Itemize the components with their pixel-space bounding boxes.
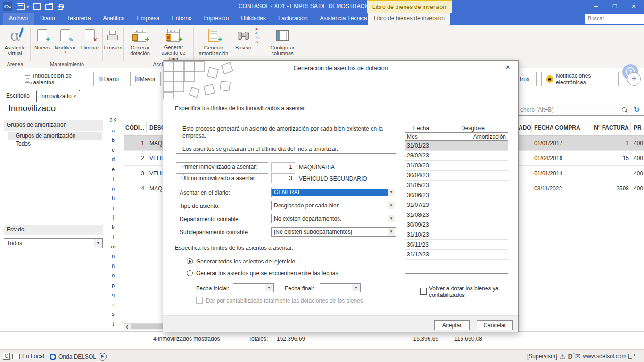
departamento-select[interactable]: No existen departamentos. ▼ <box>271 214 396 223</box>
radio-todos-asientos[interactable] <box>187 258 193 264</box>
ultimo-inmovilizado-input[interactable]: 3 <box>271 173 295 183</box>
horizontal-scrollbar[interactable]: ❮ <box>124 323 164 330</box>
index-letter[interactable]: j <box>107 214 119 224</box>
index-letter[interactable]: b <box>107 137 119 147</box>
mail-icon[interactable]: ✉ <box>575 353 581 360</box>
d-service-icon[interactable]: D <box>568 353 573 360</box>
remote-desktop-icon[interactable] <box>628 354 635 359</box>
radio-entre-fechas[interactable] <box>187 270 193 276</box>
radio-todos-label[interactable]: Generar todos los asientos del ejercicio <box>196 258 295 265</box>
search-icon[interactable] <box>621 107 628 114</box>
col-factura[interactable]: Nº FACTURA <box>567 124 629 131</box>
schedule-row[interactable]: 28/02/23 <box>405 151 508 161</box>
primer-inmovilizado-input[interactable]: 1 <box>271 162 295 172</box>
configurar-columnas-button[interactable]: Configurar columnas <box>265 26 300 61</box>
chevron-down-icon[interactable]: ▼ <box>388 202 395 209</box>
menu-tab-asistencia[interactable]: Asistencia Técnica <box>314 13 373 25</box>
index-letter[interactable]: l <box>107 234 119 244</box>
scroll-left-icon[interactable]: ❮ <box>124 324 131 330</box>
nuevo-button[interactable]: + Nuevo <box>32 26 52 61</box>
play-icon[interactable]: ▶ <box>99 353 107 361</box>
onda-delsol-label[interactable]: Onda DELSOL <box>58 354 96 360</box>
menu-tab-utilidades[interactable]: Utilidades <box>235 13 272 25</box>
generar-amortizacion-button[interactable]: + Generar amortización <box>197 26 230 61</box>
maximize-button[interactable]: □ <box>608 0 622 13</box>
volver-a-dotar-checkbox[interactable] <box>420 288 427 295</box>
diario-select[interactable]: GENERAL ▼ <box>271 188 396 197</box>
tipo-asiento-select[interactable]: Desglosado por cada bien ▼ <box>271 201 396 210</box>
index-letter[interactable]: m <box>107 244 119 254</box>
index-letter[interactable]: o <box>107 272 119 282</box>
introduccion-asientos-button[interactable]: Introducción de asientos <box>20 72 87 86</box>
buscar-button[interactable]: Buscar <box>233 26 253 61</box>
scrollbar-thumb[interactable] <box>131 324 164 329</box>
fecha-final-select[interactable]: ▼ <box>320 283 361 292</box>
chevron-down-icon[interactable]: ▼ <box>352 284 360 291</box>
schedule-row[interactable]: 30/09/23 <box>405 220 508 230</box>
index-letter[interactable]: t <box>107 321 119 327</box>
subdepartamento-select[interactable]: [No existen subdepartamentos] ▼ <box>271 227 396 237</box>
tree-item-grupos[interactable]: Grupos de amortización <box>8 132 102 140</box>
menu-tab-analitica[interactable]: Analítica <box>97 13 131 25</box>
index-letter[interactable]: p <box>107 282 119 292</box>
website-link[interactable]: www.sdelsol.com <box>583 353 626 360</box>
fecha-inicial-select[interactable]: ▼ <box>233 283 274 292</box>
minimize-button[interactable]: − <box>589 0 603 13</box>
schedule-row[interactable]: 30/06/23 <box>405 190 508 200</box>
schedule-row[interactable]: 31/10/23 <box>405 230 508 240</box>
schedule-row[interactable]: 31/12/23 <box>405 250 508 260</box>
index-letter[interactable]: f <box>107 176 119 186</box>
index-letter[interactable]: r <box>107 302 119 312</box>
index-letter[interactable]: a <box>107 128 119 138</box>
index-letter[interactable]: i <box>107 205 119 215</box>
col-proveedor[interactable]: PR <box>634 124 642 131</box>
menu-tab-archivo[interactable]: Archivo <box>3 13 34 25</box>
modificar-button[interactable]: ✎ Modificar ▾ <box>52 26 78 61</box>
refresh-icon[interactable]: ↻ <box>634 104 640 115</box>
ultimo-inmovilizado-button[interactable]: Último inmovilizado a asentar: <box>176 173 268 183</box>
index-letter[interactable]: n <box>107 253 119 263</box>
tree-item-todos[interactable]: Todos <box>8 140 102 148</box>
tab-close-icon[interactable]: × <box>73 93 76 99</box>
diario-button[interactable]: Diario <box>93 72 124 86</box>
emision-button[interactable]: Emisión <box>104 26 122 61</box>
estado-select[interactable]: Todos ▼ <box>4 238 103 248</box>
index-letter[interactable]: q <box>107 292 119 302</box>
index-letter[interactable]: s <box>107 311 119 321</box>
generar-dotacion-button[interactable]: D H+ Generar dotación <box>124 26 156 61</box>
cancelar-button[interactable]: Cancelar <box>477 320 513 330</box>
radio-fechas-label[interactable]: Generar los asientos que se encuentren e… <box>196 270 340 277</box>
aceptar-button[interactable]: Aceptar <box>434 320 470 330</box>
sort-buttons[interactable]: A↓Z Z↓A <box>253 26 262 61</box>
notificaciones-electronicas-button[interactable]: e Notificaciones electrónicas <box>541 72 619 86</box>
index-letter[interactable]: c <box>107 147 119 157</box>
primer-inmovilizado-button[interactable]: Primer inmovilizado a asentar: <box>176 162 268 172</box>
tab-inmovilizado[interactable]: Inmovilizado × <box>36 90 80 102</box>
schedule-row[interactable]: 31/08/23 <box>405 210 508 220</box>
dar-por-contabilizadas-checkbox[interactable] <box>196 297 203 304</box>
schedule-row[interactable]: 30/04/23 <box>405 171 508 181</box>
index-letter[interactable]: e <box>107 166 119 176</box>
col-codigo[interactable]: CÓDI... <box>125 124 144 131</box>
chevron-down-icon[interactable]: ▼ <box>388 228 395 236</box>
index-letter[interactable]: h <box>107 195 119 205</box>
add-tab-button[interactable]: + <box>627 72 641 86</box>
contextual-ribbon-tab[interactable]: Libro de bienes de inversión <box>368 13 450 25</box>
generar-asiento-baja-button[interactable]: D H+ Generar asiento de baja <box>157 26 190 61</box>
mayor-button[interactable]: Mayor <box>130 72 161 86</box>
tab-escritorio[interactable]: Escritorio <box>1 90 35 102</box>
index-letter[interactable]: 0-9 <box>107 118 119 128</box>
menu-tab-empresa[interactable]: Empresa <box>131 13 165 25</box>
schedule-row[interactable]: 30/11/23 <box>405 240 508 250</box>
schedule-row[interactable]: 31/03/23 <box>405 161 508 171</box>
volver-a-dotar-label[interactable]: Volver a dotar los bienes ya contabiliza… <box>429 285 504 298</box>
menu-tab-diario[interactable]: Diario <box>34 13 61 25</box>
menu-tab-impresion[interactable]: Impresión <box>198 13 235 25</box>
schedule-row[interactable]: 31/05/23 <box>405 181 508 190</box>
eliminar-button[interactable]: ✕ Eliminar <box>78 26 101 61</box>
index-letter[interactable]: k <box>107 224 119 234</box>
chevron-down-icon[interactable]: ▼ <box>388 215 395 222</box>
warning-icon[interactable]: ⚠ <box>560 353 566 360</box>
asistente-virtual-button[interactable]: α Asistente virtual <box>2 26 28 61</box>
chevron-down-icon[interactable]: ▼ <box>265 284 273 291</box>
